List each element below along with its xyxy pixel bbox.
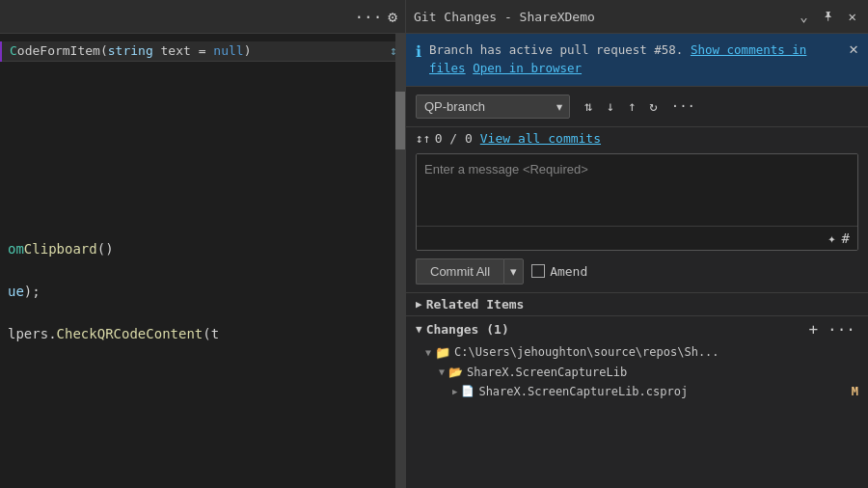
amend-label[interactable]: Amend — [531, 264, 587, 279]
chevron-down-icon[interactable]: ⌄ — [796, 7, 811, 26]
commits-counter: ↕↑ 0 / 0 — [416, 131, 473, 146]
tree-expand-icon: ▼ — [425, 347, 431, 358]
hash-icon[interactable]: # — [842, 230, 850, 246]
ai-suggest-icon[interactable]: ✦ — [827, 230, 835, 246]
code-text-1: CodeFormItem(string text = null) — [10, 41, 251, 61]
git-changes-panel: Git Changes - ShareXDemo ⌄ 🖈 ✕ ℹ Branch … — [405, 0, 868, 488]
dots-icon[interactable]: ··· — [354, 8, 382, 26]
message-textarea-wrapper: ✦ # — [416, 153, 858, 251]
commits-arrows-icon: ↕↑ — [416, 131, 431, 146]
code-editor-header-icons: ··· ⚙ — [354, 8, 397, 26]
code-ue: ue); — [8, 282, 41, 301]
info-icon: ℹ — [416, 42, 421, 61]
fetch-icon[interactable]: ⇅ — [580, 95, 597, 117]
commits-row: ↕↑ 0 / 0 View all commits — [406, 127, 868, 153]
add-all-icon[interactable]: + — [805, 320, 821, 339]
info-close-button[interactable]: ✕ — [849, 41, 858, 57]
git-panel-title: Git Changes - ShareXDemo — [414, 10, 595, 24]
view-all-commits-link[interactable]: View all commits — [480, 131, 601, 146]
tree-item-repo-path[interactable]: ▼ 📁 C:\Users\jehoughton\source\repos\Sh.… — [406, 342, 868, 363]
info-banner: ℹ Branch has active pull request #58. Sh… — [406, 34, 868, 87]
message-area: ✦ # — [416, 153, 858, 251]
changes-more-icon[interactable]: ··· — [825, 320, 858, 339]
branch-select-wrapper[interactable]: QP-branch ▾ — [416, 95, 570, 119]
pin-icon[interactable]: 🖈 — [818, 7, 839, 26]
git-title-bar: Git Changes - ShareXDemo ⌄ 🖈 ✕ — [406, 0, 868, 34]
tree-item-file[interactable]: ▶ 📄 ShareX.ScreenCaptureLib.csproj M — [406, 382, 868, 401]
related-items-section: ▶ Related Items — [406, 292, 868, 315]
lib-folder-text: ShareX.ScreenCaptureLib — [467, 366, 858, 379]
info-text: Branch has active pull request #58. Show… — [429, 41, 841, 78]
branch-row: QP-branch ▾ ⇅ ↓ ↑ ↻ ··· — [406, 87, 868, 127]
branch-more-icon[interactable]: ··· — [666, 95, 700, 117]
related-chevron-icon: ▶ — [416, 298, 422, 311]
file-expand-icon: ▶ — [452, 387, 457, 396]
code-scrollbar[interactable] — [395, 34, 405, 488]
changes-section: ▶ Related Items ▼ Changes (1) + ··· ▼ 📁 … — [406, 292, 868, 489]
repo-path-text: C:\Users\jehoughton\source\repos\Sh... — [454, 345, 858, 359]
changes-tree-section: ▼ Changes (1) + ··· ▼ 📁 C:\Users\jehough… — [406, 315, 868, 401]
code-editor-panel: ··· ⚙ CodeFormItem(string text = null) ↕ — [0, 0, 405, 488]
branch-select[interactable]: QP-branch — [416, 95, 570, 119]
tree-item-lib-folder[interactable]: ▼ 📂 ShareX.ScreenCaptureLib — [406, 363, 868, 382]
git-title-icons: ⌄ 🖈 ✕ — [796, 7, 860, 26]
file-text: ShareX.ScreenCaptureLib.csproj — [478, 385, 847, 398]
commits-count: 0 / 0 — [435, 131, 473, 146]
push-icon[interactable]: ↑ — [623, 95, 640, 117]
settings-icon[interactable]: ⚙ — [388, 8, 397, 26]
code-editor-area[interactable]: CodeFormItem(string text = null) ↕ omCli… — [0, 34, 405, 351]
commit-btn-group: Commit All ▾ — [416, 258, 524, 285]
changes-section-actions: + ··· — [805, 320, 858, 339]
sync-icon[interactable]: ↻ — [644, 95, 662, 117]
commit-row: Commit All ▾ Amend — [416, 258, 858, 285]
pull-icon[interactable]: ↓ — [601, 95, 618, 117]
amend-checkbox[interactable] — [531, 264, 545, 278]
open-in-browser-link[interactable]: Open in browser — [473, 61, 582, 75]
amend-text: Amend — [550, 264, 587, 279]
commit-dropdown-button[interactable]: ▾ — [503, 258, 524, 285]
lib-expand-icon: ▼ — [439, 366, 445, 377]
changes-section-header[interactable]: ▼ Changes (1) + ··· — [406, 315, 868, 342]
code-editor-header: ··· ⚙ — [0, 0, 405, 34]
close-icon[interactable]: ✕ — [845, 7, 860, 26]
related-items-header[interactable]: ▶ Related Items — [406, 293, 868, 315]
folder-icon: 📁 — [435, 345, 450, 360]
code-from-clipboard: omClipboard() — [8, 239, 114, 258]
lib-folder-icon: 📂 — [448, 366, 463, 379]
commit-dropdown-arrow-icon: ▾ — [510, 264, 517, 279]
code-scrollbar-thumb[interactable] — [395, 92, 405, 149]
file-badge: M — [852, 385, 858, 398]
commit-all-button[interactable]: Commit All — [416, 258, 503, 285]
info-text-part1: Branch has active pull request #58. — [429, 42, 683, 57]
branch-action-icons: ⇅ ↓ ↑ ↻ ··· — [580, 95, 700, 117]
message-toolbar: ✦ # — [417, 226, 857, 250]
related-items-title: Related Items — [426, 297, 858, 312]
code-lpers: lpers.CheckQRCodeContent(t — [8, 324, 219, 343]
changes-chevron-icon: ▼ — [416, 323, 422, 336]
changes-title: Changes (1) — [426, 322, 802, 337]
file-icon: 📄 — [461, 385, 475, 397]
commit-message-input[interactable] — [417, 154, 857, 222]
